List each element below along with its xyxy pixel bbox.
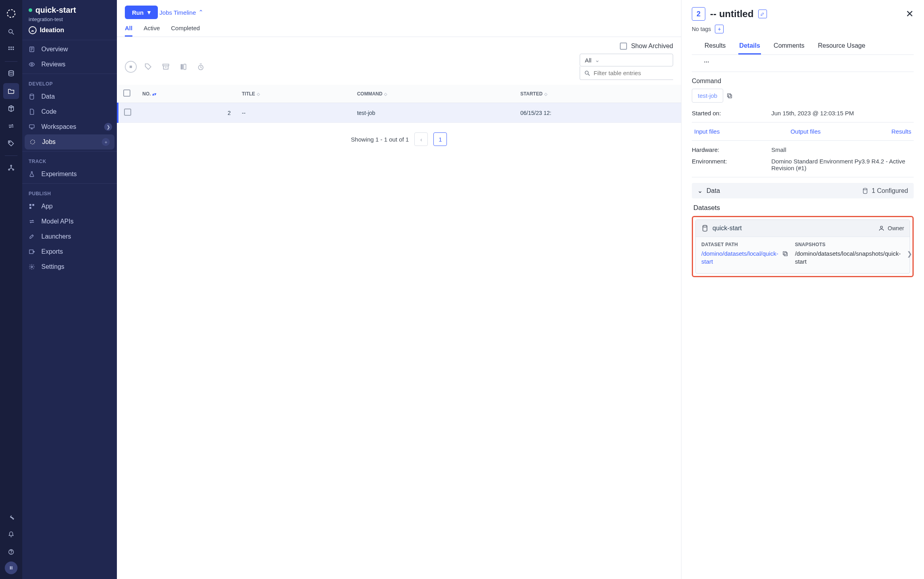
- input-files-link[interactable]: Input files: [694, 128, 720, 135]
- sidebar-item-settings[interactable]: Settings: [22, 259, 117, 274]
- chevron-right-icon[interactable]: ❯: [907, 250, 912, 258]
- snapshots-label: SNAPSHOTS: [795, 242, 901, 247]
- copy-icon[interactable]: [726, 93, 733, 99]
- sidebar-item-model-apis[interactable]: Model APIs: [22, 214, 117, 229]
- show-archived-checkbox[interactable]: [620, 43, 627, 50]
- tab-active[interactable]: Active: [144, 25, 160, 37]
- prev-page-button[interactable]: ‹: [414, 132, 428, 146]
- plus-icon[interactable]: ＋: [102, 138, 110, 146]
- filter-search[interactable]: [580, 66, 673, 80]
- file-links: Input files Output files Results: [692, 128, 914, 135]
- svg-rect-28: [130, 66, 132, 68]
- svg-rect-35: [729, 95, 732, 98]
- database-icon[interactable]: [3, 66, 19, 82]
- swap-icon[interactable]: [3, 118, 19, 134]
- started-on-label: Started on:: [692, 110, 755, 117]
- dataset-path-label: DATASET PATH: [701, 242, 788, 247]
- search-icon: [584, 70, 590, 76]
- tag-action-icon[interactable]: [142, 61, 154, 73]
- sidebar-item-data[interactable]: Data: [22, 89, 117, 104]
- edit-title-button[interactable]: [758, 10, 767, 18]
- dtab-results[interactable]: Results: [704, 39, 726, 54]
- export-icon: [29, 249, 37, 255]
- jobs-timeline-link[interactable]: Jobs Timeline ⌃: [159, 9, 204, 16]
- chevron-up-icon: ⌃: [198, 9, 204, 16]
- row-checkbox[interactable]: [124, 109, 131, 116]
- output-files-link[interactable]: Output files: [790, 128, 821, 135]
- col-no[interactable]: NO.▴▾: [137, 85, 236, 103]
- sidebar-item-reviews[interactable]: Reviews: [22, 57, 117, 72]
- command-chip: test-job: [692, 89, 723, 103]
- wrench-icon[interactable]: [3, 509, 19, 525]
- dtab-comments[interactable]: Comments: [773, 39, 805, 54]
- close-panel-button[interactable]: ✕: [906, 8, 914, 19]
- eye-icon: [29, 61, 37, 68]
- sort-icon: ◇: [544, 92, 547, 96]
- copy-icon[interactable]: [782, 251, 788, 257]
- pager-summary: Showing 1 - 1 out of 1: [351, 136, 409, 143]
- dataset-name: quick-start: [712, 225, 742, 232]
- tab-all[interactable]: All: [125, 25, 132, 37]
- project-org: integration-test: [29, 16, 111, 22]
- dtab-details[interactable]: Details: [738, 39, 761, 54]
- started-on-value: Jun 15th, 2023 @ 12:03:15 PM: [771, 110, 914, 117]
- svg-rect-29: [163, 64, 169, 66]
- sidebar-item-label: App: [41, 203, 52, 210]
- svg-rect-23: [29, 204, 31, 206]
- chevron-right-icon: ❯: [104, 123, 112, 131]
- sidebar-item-label: Experiments: [41, 171, 77, 178]
- archive-icon[interactable]: [160, 61, 172, 73]
- filter-input[interactable]: [594, 70, 669, 76]
- col-title[interactable]: TITLE◇: [236, 85, 351, 103]
- datasets-title: Datasets: [693, 204, 912, 212]
- col-started[interactable]: STARTED◇: [515, 85, 681, 103]
- projects-icon[interactable]: [3, 83, 19, 99]
- chevron-down-icon: ⌄: [697, 187, 703, 194]
- sidebar-item-jobs[interactable]: Jobs ＋: [25, 134, 115, 150]
- dtab-resource-usage[interactable]: Resource Usage: [817, 39, 866, 54]
- sidebar-item-app[interactable]: App: [22, 199, 117, 214]
- graph-icon[interactable]: [3, 160, 19, 176]
- svg-rect-4: [11, 47, 12, 48]
- tag-icon[interactable]: [3, 136, 19, 152]
- project-stage[interactable]: Ideation: [29, 26, 111, 34]
- bell-icon[interactable]: [3, 527, 19, 542]
- svg-rect-26: [29, 250, 33, 253]
- timer-icon[interactable]: [195, 61, 207, 73]
- logo-icon[interactable]: [3, 5, 19, 22]
- compare-icon[interactable]: [177, 61, 189, 73]
- job-number-badge: 2: [692, 7, 705, 21]
- stop-icon[interactable]: [125, 61, 137, 73]
- status-filter-dropdown[interactable]: All ⌄: [580, 54, 673, 66]
- svg-rect-30: [181, 64, 183, 69]
- sidebar-item-launchers[interactable]: Launchers: [22, 229, 117, 244]
- svg-point-22: [31, 140, 35, 144]
- sidebar-item-overview[interactable]: Overview: [22, 42, 117, 57]
- sidebar-item-code[interactable]: Code: [22, 104, 117, 119]
- environment-link[interactable]: Domino Standard Environment Py3.9 R4.2 -…: [771, 158, 914, 171]
- help-icon[interactable]: [3, 544, 19, 560]
- pause-avatar-icon[interactable]: [5, 562, 17, 574]
- results-link[interactable]: Results: [891, 128, 911, 135]
- sidebar-item-experiments[interactable]: Experiments: [22, 167, 117, 182]
- gear-icon: [29, 264, 37, 270]
- run-button[interactable]: Run ▾: [125, 6, 158, 19]
- jobs-icon: [29, 139, 37, 145]
- table-row[interactable]: 2 -- test-job 06/15/23 12:: [118, 103, 681, 123]
- add-tag-button[interactable]: +: [715, 25, 724, 33]
- dataset-path-link[interactable]: /domino/datasets/local/quick-start: [701, 250, 778, 266]
- sidebar-item-label: Reviews: [41, 61, 65, 68]
- data-section-header[interactable]: ⌄ Data 1 Configured: [692, 183, 914, 198]
- sidebar-item-workspaces[interactable]: Workspaces ❯: [22, 119, 117, 134]
- search-icon[interactable]: [3, 24, 19, 40]
- sidebar-item-label: Code: [41, 108, 56, 115]
- select-all-checkbox[interactable]: [123, 89, 130, 97]
- cube-icon[interactable]: [3, 101, 19, 117]
- tab-completed[interactable]: Completed: [171, 25, 200, 37]
- apps-icon[interactable]: [3, 41, 19, 57]
- jobs-pane: Run ▾ Jobs Timeline ⌃ All Active Complet…: [117, 0, 681, 579]
- page-1-button[interactable]: 1: [433, 132, 447, 146]
- svg-point-37: [864, 188, 867, 190]
- sidebar-item-exports[interactable]: Exports: [22, 244, 117, 259]
- col-command[interactable]: COMMAND◇: [351, 85, 515, 103]
